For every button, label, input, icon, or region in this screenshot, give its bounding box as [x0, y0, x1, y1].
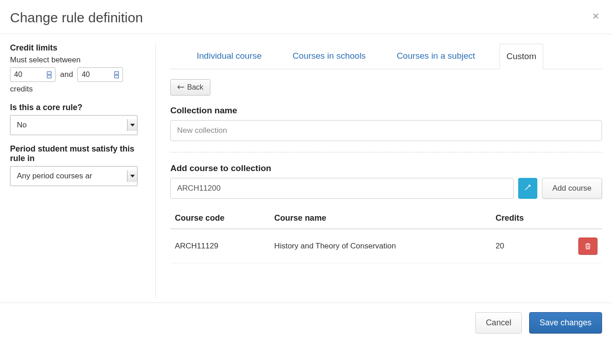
close-icon[interactable]: × — [592, 10, 599, 22]
credit-limits-group: Credit limits Must select between 40 and… — [10, 43, 141, 94]
max-credits-value: 40 — [82, 71, 90, 79]
period-select[interactable]: Any period courses ar — [10, 166, 138, 186]
pick-course-button[interactable] — [518, 178, 537, 199]
tab-individual-course[interactable]: Individual course — [190, 44, 268, 69]
tab-courses-in-subject[interactable]: Courses in a subject — [390, 44, 481, 69]
collection-name-group: Collection name — [170, 106, 602, 141]
period-value: Any period courses ar — [17, 172, 92, 181]
th-actions — [554, 208, 602, 229]
cell-course-code: ARCH11129 — [170, 229, 270, 263]
core-rule-select[interactable]: No — [10, 115, 138, 135]
credit-limits-heading: Credit limits — [10, 43, 141, 53]
add-course-button[interactable]: Add course — [542, 178, 602, 199]
arrow-left-icon: 🡐 — [177, 83, 184, 91]
modal-header: Change rule definition × — [0, 0, 612, 34]
chevron-down-icon — [127, 170, 137, 182]
tabs: Individual course Courses in schools Cou… — [170, 43, 602, 69]
main-panel: Individual course Courses in schools Cou… — [156, 43, 602, 298]
cell-course-name: History and Theory of Conservation — [270, 229, 491, 263]
cell-credits: 20 — [491, 229, 554, 263]
th-course-name: Course name — [270, 208, 491, 229]
modal-title: Change rule definition — [10, 10, 143, 25]
must-select-label: Must select between — [10, 56, 141, 65]
stepper-arrows-icon[interactable] — [47, 71, 51, 78]
back-label: Back — [187, 83, 204, 91]
table-row: ARCH11129 History and Theory of Conserva… — [170, 229, 602, 263]
modal-footer: Cancel Save changes — [0, 303, 612, 343]
min-credits-stepper[interactable]: 40 — [10, 67, 56, 82]
save-changes-button[interactable]: Save changes — [529, 312, 602, 334]
th-credits: Credits — [491, 208, 554, 229]
pick-icon — [524, 184, 531, 193]
add-course-group: Add course to collection Add course — [170, 163, 602, 199]
period-group: Period student must satisfy this rule in… — [10, 144, 141, 186]
core-rule-group: Is this a core rule? No — [10, 103, 141, 135]
course-table: Course code Course name Credits ARCH1112… — [170, 208, 602, 263]
modal-body: Credit limits Must select between 40 and… — [0, 34, 612, 303]
modal-change-rule-definition: Change rule definition × Credit limits M… — [0, 0, 612, 364]
collection-name-label: Collection name — [170, 106, 602, 116]
th-course-code: Course code — [170, 208, 270, 229]
add-course-label: Add course to collection — [170, 163, 602, 173]
min-credits-value: 40 — [14, 71, 22, 79]
core-rule-value: No — [17, 121, 27, 130]
chevron-down-icon — [127, 119, 137, 131]
max-credits-stepper[interactable]: 40 — [77, 67, 123, 82]
sidebar: Credit limits Must select between 40 and… — [10, 43, 156, 298]
collection-name-input[interactable] — [170, 120, 602, 141]
credits-word: credits — [10, 85, 141, 94]
back-button[interactable]: 🡐 Back — [170, 79, 210, 96]
course-search-input[interactable] — [170, 178, 514, 199]
stepper-arrows-icon[interactable] — [114, 71, 119, 78]
and-text: and — [60, 70, 73, 79]
period-label: Period student must satisfy this rule in — [10, 144, 141, 163]
cancel-button[interactable]: Cancel — [475, 312, 522, 334]
tab-courses-in-schools[interactable]: Courses in schools — [286, 44, 372, 69]
add-course-row: Add course — [170, 178, 602, 199]
tab-custom[interactable]: Custom — [500, 44, 543, 69]
trash-icon — [584, 243, 592, 250]
delete-row-button[interactable] — [578, 238, 597, 255]
credit-range-row: 40 and 40 — [10, 67, 141, 82]
core-rule-label: Is this a core rule? — [10, 103, 141, 112]
divider — [170, 152, 602, 152]
